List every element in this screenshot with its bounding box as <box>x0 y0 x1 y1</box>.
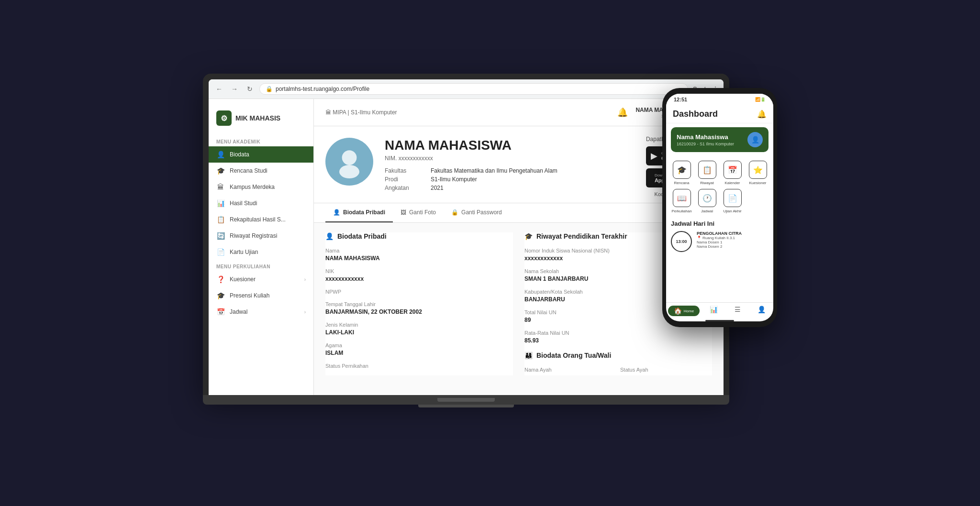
sidebar-item-hasil-studi[interactable]: 📊 Hasil Studi <box>209 195 313 211</box>
phone-menu-kalender[interactable]: 📅 Kalender <box>722 161 743 185</box>
avatar-svg <box>333 145 366 178</box>
field-jk-value: LAKI-LAKI <box>325 329 513 336</box>
phone-nav-profile[interactable]: 👤 <box>749 306 773 316</box>
sidebar-item-kampus-merdeka[interactable]: 🏛 Kampus Merdeka <box>209 179 313 195</box>
phone-dashboard-title: Dashboard <box>673 109 718 119</box>
phone-ujian-label: Ujian Akhir <box>723 209 741 213</box>
tab-ganti-foto[interactable]: 🖼 Ganti Foto <box>393 203 444 222</box>
rekapitulasi-icon: 📋 <box>216 216 225 223</box>
menu-nav-icon: ☰ <box>735 306 741 313</box>
sidebar-logo: ⚙ MIK MAHASIS <box>209 107 313 135</box>
phone-menu-jadwal[interactable]: 🕐 Jadwal <box>696 189 718 213</box>
phone-home-indicator <box>705 320 734 321</box>
sidebar-item-rencana-studi[interactable]: 🎓 Rencana Studi <box>209 163 313 179</box>
phone-time: 12:51 <box>674 97 687 102</box>
laptop-notch <box>437 398 495 402</box>
breadcrumb: 🏛 MIPA | S1-Ilmu Komputer <box>325 109 397 116</box>
presensi-icon: 🎓 <box>216 292 225 299</box>
url-bar[interactable]: 🔒 portalmhs-test.ruangalgo.com/Profile <box>259 83 688 95</box>
schedule-dosen2: Nama Dosen 2 <box>697 244 768 249</box>
jadwal-arrow-icon: › <box>304 309 306 315</box>
schedule-time: 13:00 <box>671 231 692 252</box>
tab-biodata-pribadi[interactable]: 👤 Biodata Pribadi <box>325 203 393 222</box>
sidebar-item-biodata[interactable]: 👤 Biodata <box>209 146 313 163</box>
phone-menu-riwayat[interactable]: 📋 Riwayat <box>696 161 718 185</box>
refresh-button[interactable]: ↻ <box>244 83 256 95</box>
phone-nav-home[interactable]: 🏠 Home <box>668 306 700 316</box>
laptop-base <box>203 395 729 405</box>
phone-user-nim: 16210029 - S1 Ilmu Komputer <box>677 142 734 146</box>
phone-perkuliahan-label: Perkuliahan <box>671 209 691 213</box>
forward-button[interactable]: → <box>229 83 240 95</box>
laptop-body: ← → ↻ 🔒 portalmhs-test.ruangalgo.com/Pro… <box>203 74 729 395</box>
sidebar-item-presensi[interactable]: 🎓 Presensi Kuliah <box>209 287 313 304</box>
phone-menu-perkuliahan[interactable]: 📖 Perkuliahan <box>671 189 692 213</box>
tab-password-label: Ganti Password <box>461 209 502 216</box>
phone-kuesioner-label: Kuesioner <box>749 181 766 185</box>
field-rata-un: Rata-Rata Nilai UN 85.93 <box>524 330 712 344</box>
sidebar-item-kampus-label: Kampus Merdeka <box>230 184 275 190</box>
schedule-dosen1: Nama Dosen 1 <box>697 240 768 244</box>
phone-nav-menu[interactable]: ☰ <box>725 306 749 316</box>
phone-rencana-icon: 🎓 <box>673 161 691 179</box>
menu-akademik-label: MENU AKADEMIK <box>209 135 313 146</box>
browser-bar: ← → ↻ 🔒 portalmhs-test.ruangalgo.com/Pro… <box>209 79 724 99</box>
biodata-pribadi-title: 👤 Biodata Pribadi <box>325 232 513 240</box>
sidebar: ⚙ MIK MAHASIS MENU AKADEMIK 👤 Biodata 🎓 … <box>209 99 314 395</box>
kuesioner-arrow-icon: › <box>304 277 306 282</box>
phone-kalender-label: Kalender <box>724 181 740 185</box>
sidebar-item-kuesioner-label: Kuesioner <box>230 276 256 283</box>
phone-notification-bell[interactable]: 🔔 <box>757 110 767 119</box>
phone-kalender-icon: 📅 <box>724 161 742 179</box>
google-play-icon: ▶ <box>651 151 657 161</box>
sidebar-item-kuesioner[interactable]: ❓ Kuesioner › <box>209 271 313 287</box>
field-agama-label: Agama <box>325 342 513 348</box>
jadwal-icon: 📅 <box>216 308 225 316</box>
sidebar-item-rekapitulasi[interactable]: 📋 Rekapitulasi Hasil S... <box>209 211 313 228</box>
kampus-icon: 🏛 <box>216 183 225 191</box>
tab-foto-label: Ganti Foto <box>409 209 436 216</box>
phone-user-card: Nama Mahasiswa 16210029 - S1 Ilmu Komput… <box>671 127 768 152</box>
sidebar-item-presensi-label: Presensi Kuliah <box>230 292 269 299</box>
sidebar-item-biodata-label: Biodata <box>230 151 249 158</box>
field-ttl-label: Tempat Tanggal Lahir <box>325 301 513 307</box>
phone-schedule-title: Jadwal Hari Ini <box>666 218 773 231</box>
hasil-icon: 📊 <box>216 199 225 207</box>
field-agama-value: ISLAM <box>325 350 513 356</box>
phone-nav-chart[interactable]: 📊 <box>702 306 725 316</box>
laptop-stand <box>418 405 514 407</box>
biodata-grid: 👤 Biodata Pribadi Nama NAMA MAHASISWA NI… <box>325 232 712 375</box>
laptop: ← → ↻ 🔒 portalmhs-test.ruangalgo.com/Pro… <box>203 74 729 418</box>
phone-perkuliahan-icon: 📖 <box>673 189 691 207</box>
phone-header: Dashboard 🔔 <box>666 105 773 123</box>
url-text: portalmhs-test.ruangalgo.com/Profile <box>276 86 369 92</box>
phone-menu-rencana[interactable]: 🎓 Rencana <box>671 161 692 185</box>
rencana-icon: 🎓 <box>216 167 225 175</box>
field-nama: Nama NAMA MAHASISWA <box>325 248 513 262</box>
phone-menu-kuesioner[interactable]: ⭐ Kuesioner <box>747 161 768 185</box>
home-nav-label: Home <box>684 309 694 313</box>
sidebar-item-kartu-label: Kartu Ujian <box>230 249 258 255</box>
phone-riwayat-icon: 📋 <box>698 161 716 179</box>
phone-menu-ujian-akhir[interactable]: 📄 Ujian Akhir <box>722 189 743 213</box>
back-button[interactable]: ← <box>213 83 225 95</box>
logo-icon: ⚙ <box>216 110 232 126</box>
schedule-name: PENGOLAHAN CITRA <box>697 231 768 236</box>
sidebar-item-jadwal[interactable]: 📅 Jadwal › <box>209 304 313 320</box>
sidebar-item-riwayat-registrasi[interactable]: 🔄 Riwayat Registrasi <box>209 228 313 244</box>
field-jenis-kelamin: Jenis Kelamin LAKI-LAKI <box>325 322 513 336</box>
tab-ganti-password[interactable]: 🔒 Ganti Password <box>444 203 510 222</box>
field-jk-label: Jenis Kelamin <box>325 322 513 328</box>
sidebar-item-kartu-ujian[interactable]: 📄 Kartu Ujian <box>209 244 313 260</box>
status-ayah-label: Status Ayah <box>620 367 712 373</box>
browser-window: ← → ↻ 🔒 portalmhs-test.ruangalgo.com/Pro… <box>209 79 724 395</box>
tab-biodata-icon: 👤 <box>333 209 340 216</box>
notification-bell[interactable]: 🔔 <box>617 107 628 118</box>
lock-icon: 🔒 <box>266 86 273 92</box>
field-rata-un-value: 85.93 <box>524 337 712 344</box>
phone-jadwal-icon: 🕐 <box>698 189 716 207</box>
phone-menu-grid: 🎓 Rencana 📋 Riwayat 📅 Kalender ⭐ Kuesion… <box>666 156 773 218</box>
field-npwp-label: NPWP <box>325 289 513 295</box>
field-nama-value: NAMA MAHASISWA <box>325 255 513 262</box>
phone-status-bar: 12:51 📶🔋 <box>666 94 773 105</box>
